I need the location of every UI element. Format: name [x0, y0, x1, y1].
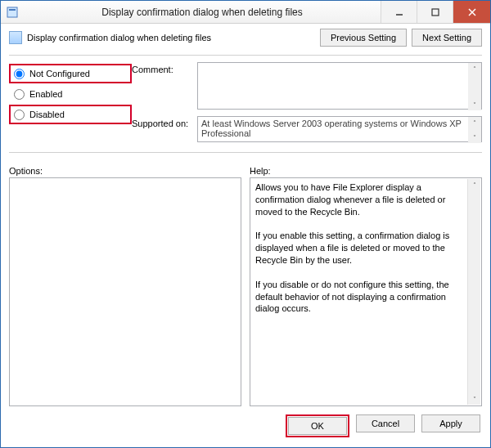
comment-row: Comment: ˄˅ [132, 62, 482, 111]
highlight-disabled: Disabled [9, 105, 132, 124]
window-controls [381, 1, 490, 23]
scrollbar[interactable]: ˄˅ [468, 63, 481, 110]
divider [9, 55, 482, 56]
gpo-dialog-window: Display confirmation dialog when deletin… [0, 0, 491, 448]
apply-button[interactable]: Apply [421, 414, 480, 432]
policy-title: Display confirmation dialog when deletin… [27, 33, 320, 43]
header-row: Display confirmation dialog when deletin… [9, 29, 482, 47]
nav-buttons: Previous Setting Next Setting [320, 29, 482, 47]
policy-icon [9, 31, 22, 44]
comment-label: Comment: [132, 62, 197, 111]
app-icon [6, 6, 19, 19]
lower-row: Options: Help: Allows you to have File E… [9, 166, 482, 406]
svg-rect-0 [7, 7, 17, 17]
supported-wrap: ˄˅ [197, 116, 482, 144]
scroll-down-icon[interactable]: ˅ [468, 132, 481, 143]
state-radio-group: Not Configured Enabled Disabled [9, 62, 132, 144]
divider [9, 152, 482, 153]
radio-not-configured-label: Not Configured [29, 69, 90, 78]
options-panel [9, 177, 241, 406]
dialog-body: Display confirmation dialog when deletin… [1, 24, 490, 447]
supported-row: Supported on: ˄˅ [132, 116, 482, 144]
footer: OK Cancel Apply [9, 406, 482, 439]
comment-input[interactable] [197, 62, 482, 110]
help-column: Help: Allows you to have File Explorer d… [250, 166, 482, 406]
scrollbar[interactable]: ˄˅ [467, 179, 480, 405]
scroll-down-icon[interactable]: ˅ [468, 393, 480, 405]
scroll-up-icon[interactable]: ˄ [468, 117, 481, 128]
scroll-up-icon[interactable]: ˄ [468, 63, 481, 74]
previous-setting-button[interactable]: Previous Setting [320, 29, 407, 47]
ok-button[interactable]: OK [288, 417, 347, 435]
radio-not-configured[interactable]: Not Configured [11, 65, 130, 82]
scroll-down-icon[interactable]: ˅ [468, 99, 481, 110]
close-button[interactable] [453, 1, 490, 23]
next-setting-button[interactable]: Next Setting [412, 29, 482, 47]
options-label: Options: [9, 166, 241, 176]
window-title: Display confirmation dialog when deletin… [24, 7, 381, 18]
details-column: Comment: ˄˅ Supported on: ˄˅ [132, 62, 482, 144]
help-label: Help: [250, 166, 482, 176]
highlight-not-configured: Not Configured [9, 64, 132, 83]
radio-disabled[interactable]: Disabled [11, 106, 130, 123]
svg-rect-3 [432, 9, 439, 16]
help-panel: Allows you to have File Explorer display… [250, 177, 482, 406]
comment-wrap: ˄˅ [197, 62, 482, 111]
titlebar[interactable]: Display confirmation dialog when deletin… [1, 1, 490, 24]
radio-not-configured-input[interactable] [14, 69, 25, 79]
radio-disabled-input[interactable] [14, 110, 25, 120]
maximize-button[interactable] [417, 1, 453, 23]
radio-disabled-label: Disabled [29, 110, 65, 119]
scrollbar[interactable]: ˄˅ [468, 117, 481, 143]
scroll-up-icon[interactable]: ˄ [468, 179, 480, 190]
radio-enabled[interactable]: Enabled [9, 86, 132, 102]
radio-enabled-label: Enabled [29, 89, 62, 99]
radio-enabled-input[interactable] [14, 89, 25, 100]
svg-rect-1 [9, 9, 16, 11]
options-column: Options: [9, 166, 241, 406]
help-text: Allows you to have File Explorer display… [250, 178, 481, 318]
highlight-ok: OK [286, 414, 349, 437]
supported-text [197, 116, 482, 142]
cancel-button[interactable]: Cancel [356, 414, 415, 432]
minimize-button[interactable] [381, 1, 417, 23]
config-row: Not Configured Enabled Disabled Comment: [9, 62, 482, 144]
supported-label: Supported on: [132, 116, 197, 144]
